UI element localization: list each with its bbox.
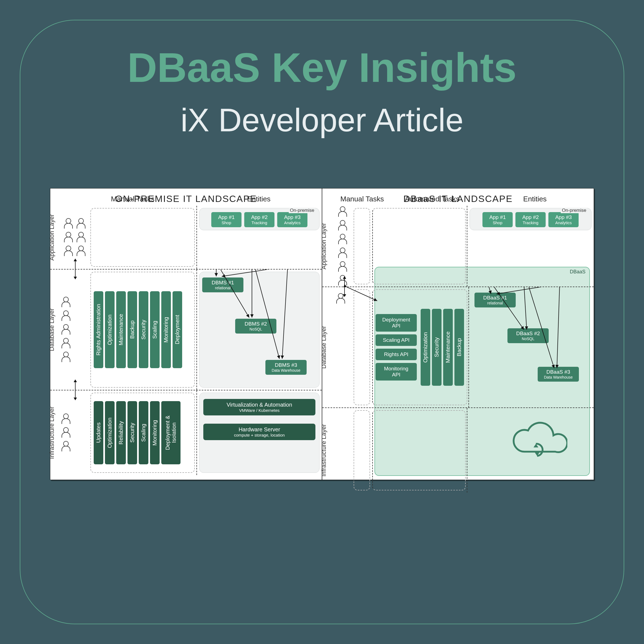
api-box: Scaling API — [376, 334, 417, 346]
dbms-sub: Data Warehouse — [269, 368, 303, 373]
app-sub: Analytics — [548, 220, 579, 225]
task-pill: Security — [139, 291, 148, 368]
onprem-tag-r: On-premise — [561, 208, 587, 213]
entities-infra-r — [467, 408, 594, 493]
app-name: App #2 — [515, 214, 546, 220]
panel-dbaas: DBaaS IT LANDSCAPE DBaaS Application Lay… — [322, 188, 594, 480]
entities-app: On-premise App #1Shop App #2Tracking App… — [196, 206, 322, 269]
app-sub: Shop — [211, 220, 241, 225]
dbaas-db-layer: Database Layer Deployment API Scaling AP… — [322, 287, 594, 407]
app-name: App #2 — [244, 214, 274, 220]
person-icon — [61, 427, 71, 439]
task-pill: Reliability — [116, 401, 126, 464]
person-icon — [337, 220, 348, 232]
manual-empty-app-r — [354, 208, 370, 284]
dbaas-sub: Data Warehouse — [541, 375, 576, 379]
col-entities: Entities — [479, 195, 591, 203]
col-manual: Manual Tasks — [339, 195, 385, 203]
dbms-sub: NoSQL — [238, 327, 273, 331]
dbaas-name: DBaaS #2 — [511, 331, 545, 337]
task-pill: Security — [127, 401, 137, 464]
task-pill: Maintenance — [443, 309, 453, 386]
person-icon — [337, 206, 348, 218]
person-icon — [61, 337, 71, 349]
col-manual: Manual Tasks — [67, 195, 199, 203]
api-box: Monitoring API — [376, 363, 417, 381]
dbaas-app-group: On-premise App #1Shop App #2Tracking App… — [470, 208, 592, 230]
app-sub: Tracking — [244, 220, 274, 225]
entities-infra: Virtualization & AutomationVMWare / Kube… — [196, 390, 322, 475]
col-entities: Entities — [199, 195, 319, 203]
dbaas-infra-layer: Infrastructure Layer — [322, 407, 594, 493]
person-icon — [76, 245, 86, 257]
auto-db-r: Deployment API Scaling API Rights API Mo… — [372, 289, 467, 405]
app-box: App #3Analytics — [548, 212, 579, 227]
dbms-sub: relational — [206, 286, 240, 290]
task-pill: Deployment & Isolation — [161, 401, 181, 464]
infra-sub: compute + storage, location — [203, 433, 315, 437]
task-pill: Maintenance — [116, 291, 126, 368]
manual-tasks-app-empty — [90, 208, 195, 267]
person-icon — [61, 324, 71, 336]
auto-empty-infra-r — [372, 410, 466, 490]
task-pill: Scaling — [150, 291, 160, 368]
infra-box: Virtualization & AutomationVMWare / Kube… — [203, 399, 315, 415]
infra-entity-group: Virtualization & AutomationVMWare / Kube… — [199, 393, 320, 473]
person-icon — [335, 293, 346, 305]
dbaas-box: DBaaS #1relational — [474, 293, 516, 307]
dbaas-box: DBaaS #3Data Warehouse — [538, 367, 579, 382]
app-name: App #3 — [548, 214, 579, 220]
entities-app-r: On-premise App #1Shop App #2Tracking App… — [467, 206, 594, 287]
auto-empty-app-r — [372, 208, 466, 284]
panel-onprem: ON-PREMISE IT LANDSCAPE Application Laye… — [50, 188, 322, 480]
auto-pills: Optimization Security Maintenance Backup — [420, 290, 467, 405]
manual-empty-db-r — [354, 289, 370, 405]
dbaas-sub: relational — [478, 301, 512, 305]
db-entity-group: DBMS #1relational DBMS #2NoSQL DBMS #3Da… — [199, 272, 320, 388]
dbms-box: DBMS #1relational — [202, 277, 243, 292]
people-infra — [50, 390, 89, 475]
col-auto: Automated Tasks — [385, 195, 479, 203]
dbaas-sub: NoSQL — [511, 337, 545, 341]
api-box: Rights API — [376, 349, 417, 360]
person-icon — [76, 218, 86, 230]
task-pill: Updates — [94, 401, 103, 464]
person-icon — [63, 231, 74, 243]
dbms-name: DBMS #2 — [238, 321, 273, 327]
manual-empty-infra-r — [354, 410, 370, 490]
person-icon — [61, 351, 71, 363]
task-pill: Scaling — [139, 401, 148, 464]
person-icon — [61, 296, 71, 308]
person-icon — [337, 233, 348, 245]
subtitle: iX Developer Article — [181, 101, 463, 139]
task-pill: Optimization — [105, 401, 115, 464]
infra-name: Virtualization & Automation — [203, 402, 315, 408]
people-db — [50, 270, 89, 390]
dbaas-col-labels: Manual Tasks Automated Tasks Entities — [339, 195, 591, 203]
api-stack: Deployment API Scaling API Rights API Mo… — [373, 290, 420, 405]
dbaas-app-layer: Application Layer Manual Tasks Automated… — [322, 206, 594, 287]
infra-box: Hardware Servercompute + storage, locati… — [203, 424, 315, 440]
dbms-box: DBMS #3Data Warehouse — [265, 360, 307, 375]
onprem-infra-layer: Infrastructure Layer Updates Optimizatio… — [50, 390, 322, 475]
onprem-tag: On-premise — [289, 208, 315, 213]
card: DBaaS Key Insights iX Developer Article … — [20, 20, 624, 624]
person-icon — [63, 245, 74, 257]
onprem-db-layer: Database Layer Rights Administration Opt… — [50, 269, 322, 390]
person-icon — [61, 413, 71, 425]
task-pill: Rights Administration — [94, 291, 103, 368]
dbaas-name: DBaaS #1 — [478, 295, 512, 301]
task-pill: Deployment — [173, 291, 182, 368]
dbms-name: DBMS #1 — [206, 280, 240, 286]
person-icon — [76, 231, 86, 243]
task-pill: Monitoring — [161, 291, 171, 368]
app-sub: Analytics — [277, 220, 307, 225]
infra-sub: VMWare / Kubernetes — [203, 408, 315, 413]
dbaas-name: DBaaS #3 — [541, 369, 576, 375]
db-tasks: Rights Administration Optimization Maint… — [90, 272, 195, 388]
people-app — [50, 206, 89, 269]
entities-db: DBMS #1relational DBMS #2NoSQL DBMS #3Da… — [196, 270, 322, 390]
dbms-box: DBMS #2NoSQL — [235, 319, 276, 334]
person-icon — [337, 247, 348, 259]
svg-line-11 — [528, 287, 554, 368]
